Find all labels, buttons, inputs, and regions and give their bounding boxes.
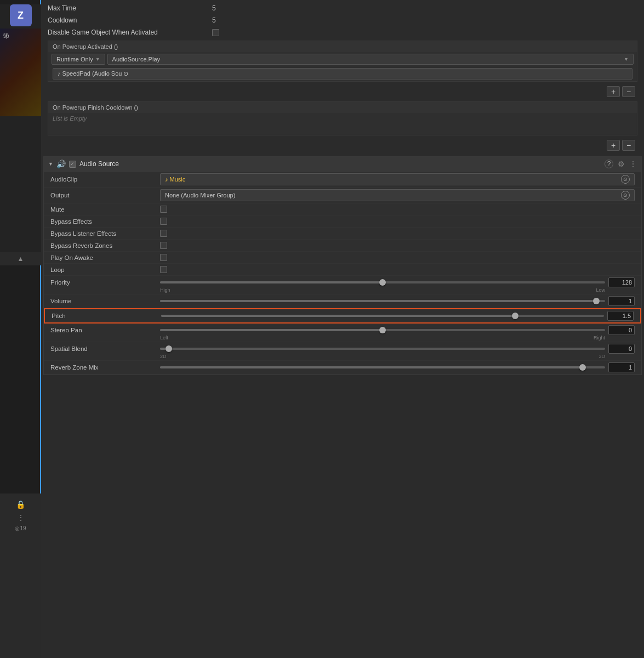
bypass-effects-value [160, 218, 635, 225]
collapse-triangle[interactable]: ▼ [48, 161, 53, 167]
spatial-blend-label: Spatial Blend [50, 345, 160, 352]
volume-slider[interactable] [160, 300, 605, 302]
dropdown-row: Runtime Only ▼ AudioSource.Play ▼ [48, 52, 637, 66]
pitch-value-field[interactable]: 1.5 [607, 311, 634, 321]
sidebar-badge: ◎19 [15, 525, 26, 531]
mute-row: Mute [44, 203, 641, 215]
left-sidebar: Z sp 🔒 ⋮ ◎19 ▲ [0, 0, 41, 658]
priority-row: Priority 128 High Low [44, 276, 641, 294]
spatial-blend-value-field[interactable]: 0 [608, 344, 635, 354]
sidebar-scene-preview: sp [0, 29, 41, 116]
spatial-3d-label: 3D [599, 354, 605, 359]
audioclip-text: ♪ Music [165, 176, 185, 183]
priority-high-label: High [160, 287, 170, 293]
disable-gameobject-row: Disable Game Object When Activated [45, 26, 640, 38]
audio-source-title: Audio Source [79, 160, 601, 168]
output-circle-btn[interactable]: ⊙ [621, 191, 630, 200]
cooldown-value: 5 [212, 16, 637, 24]
bypass-listener-checkbox[interactable] [160, 230, 167, 237]
pitch-label: Pitch [52, 313, 161, 319]
stereo-left-label: Left [160, 335, 168, 341]
pitch-slider[interactable] [161, 315, 604, 317]
output-label: Output [50, 192, 160, 198]
bypass-effects-row: Bypass Effects [44, 215, 641, 228]
priority-low-label: Low [596, 287, 605, 293]
bypass-effects-checkbox[interactable] [160, 218, 167, 225]
volume-value-field[interactable]: 1 [608, 296, 635, 306]
loop-checkbox[interactable] [160, 266, 167, 273]
sidebar-z-icon: Z [10, 4, 32, 26]
volume-fill [160, 300, 596, 302]
audioclip-field[interactable]: ♪ Music ⊙ [160, 173, 635, 185]
reverb-zone-fill [160, 366, 583, 368]
settings-icon[interactable]: ⚙ [618, 160, 625, 168]
add-button-2[interactable]: + [607, 140, 620, 151]
priority-value-field[interactable]: 128 [608, 277, 635, 287]
remove-button-1[interactable]: − [622, 86, 635, 97]
spatial-blend-row: Spatial Blend 0 2D 3D [44, 342, 641, 361]
on-powerup-activated-box: On Powerup Activated () Runtime Only ▼ A… [48, 41, 637, 82]
play-on-awake-checkbox[interactable] [160, 254, 167, 261]
audioclip-circle-btn[interactable]: ⊙ [621, 175, 630, 184]
output-text: None (Audio Mixer Group) [165, 192, 235, 198]
reverb-zone-thumb[interactable] [579, 364, 586, 371]
stereo-pan-slider[interactable] [160, 329, 605, 331]
on-powerup-activated-header: On Powerup Activated () [48, 41, 637, 52]
lock-icon: 🔒 [16, 500, 25, 509]
top-section: Max Time 5 Cooldown 5 Disable Game Objec… [41, 0, 644, 153]
priority-fill [160, 281, 383, 283]
reverb-zone-slider[interactable] [160, 366, 605, 368]
stereo-pan-thumb[interactable] [379, 327, 386, 333]
play-on-awake-value [160, 254, 635, 261]
sidebar-scroll-up-button[interactable]: ▲ [0, 252, 41, 265]
speed-pad-row: ♪ SpeedPad (Audio Sou ⊙ [48, 66, 637, 81]
cooldown-row: Cooldown 5 [45, 14, 640, 26]
stereo-right-label: Right [594, 335, 605, 341]
speed-pad-button[interactable]: ♪ SpeedPad (Audio Sou ⊙ [53, 68, 632, 80]
play-on-awake-row: Play On Awake [44, 252, 641, 264]
audioclip-value: ♪ Music ⊙ [160, 173, 635, 185]
audioclip-label: AudioClip [50, 176, 160, 183]
runtime-only-dropdown[interactable]: Runtime Only ▼ [52, 54, 105, 65]
reverb-zone-label: Reverb Zone Mix [50, 364, 160, 371]
spatial-blend-thumb[interactable] [166, 345, 172, 352]
priority-label: Priority [50, 279, 160, 286]
volume-row: Volume 1 [44, 294, 641, 308]
pitch-fill [161, 315, 515, 317]
reverb-zone-value-field[interactable]: 1 [608, 362, 635, 372]
audio-source-header: ▼ 🔊 ✓ Audio Source ? ⚙ ⋮ [44, 157, 641, 172]
spatial-blend-slider[interactable] [160, 348, 605, 350]
loop-value [160, 266, 635, 273]
audio-source-play-dropdown[interactable]: AudioSource.Play ▼ [107, 54, 634, 65]
priority-slider[interactable] [160, 281, 605, 283]
volume-thumb[interactable] [593, 298, 600, 304]
stereo-pan-value-field[interactable]: 0 [608, 325, 635, 335]
max-time-label: Max Time [48, 4, 212, 12]
audio-source-icon: 🔊 [56, 160, 66, 168]
priority-thumb[interactable] [379, 279, 386, 286]
question-icon[interactable]: ? [605, 160, 613, 168]
main-panel: Max Time 5 Cooldown 5 Disable Game Objec… [41, 0, 644, 658]
bypass-reverb-row: Bypass Reverb Zones [44, 240, 641, 252]
loop-label: Loop [50, 266, 160, 273]
list-empty-content: List is Empty [48, 113, 637, 135]
more-icon[interactable]: ⋮ [629, 160, 637, 168]
sidebar-top: Z sp [0, 4, 41, 257]
spatial-2d-label: 2D [160, 354, 167, 359]
mute-checkbox[interactable] [160, 206, 167, 213]
pitch-row: Pitch 1.5 [44, 308, 641, 324]
stereo-pan-fill [160, 329, 383, 331]
output-field[interactable]: None (Audio Mixer Group) ⊙ [160, 189, 635, 201]
audio-source-panel: ▼ 🔊 ✓ Audio Source ? ⚙ ⋮ AudioClip ♪ Mus… [43, 156, 642, 375]
plus-minus-row-1: + − [45, 84, 640, 99]
disable-gameobject-checkbox[interactable] [212, 29, 219, 36]
audio-source-checkbox[interactable]: ✓ [69, 161, 76, 168]
mute-value [160, 206, 635, 213]
max-time-value: 5 [212, 4, 637, 12]
plus-minus-row-2: + − [45, 138, 640, 153]
pitch-thumb[interactable] [512, 313, 518, 319]
stereo-pan-row: Stereo Pan 0 Left Right [44, 324, 641, 342]
remove-button-2[interactable]: − [622, 140, 635, 151]
bypass-reverb-checkbox[interactable] [160, 242, 167, 249]
add-button-1[interactable]: + [607, 86, 620, 97]
